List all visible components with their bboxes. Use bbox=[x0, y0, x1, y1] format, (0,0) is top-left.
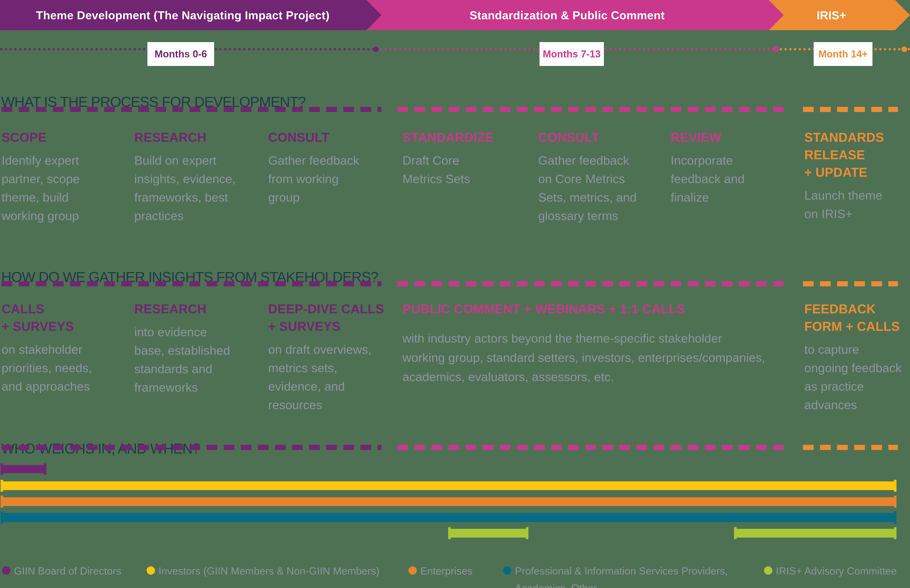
legend-dot-yellow bbox=[147, 566, 155, 575]
dashed-divider bbox=[803, 445, 898, 450]
legend-dot-orange bbox=[409, 566, 417, 575]
insights-step-deep-dive: DEEP-DIVE CALLS + SURVEYS on draft overv… bbox=[268, 300, 391, 414]
dashed-divider bbox=[803, 281, 898, 286]
dashed-divider bbox=[2, 107, 381, 112]
dashed-divider bbox=[397, 445, 784, 450]
step-title: SCOPE bbox=[2, 129, 125, 146]
phase-arrow-standardization: Standardization & Public Comment bbox=[367, 0, 784, 30]
step-body: Gather feedback from working group bbox=[268, 151, 391, 207]
step-body: Build on expert insights, evidence, fram… bbox=[134, 151, 257, 225]
phase-banner: Theme Development (The Navigating Impact… bbox=[0, 0, 910, 30]
legend-label: Enterprises bbox=[420, 562, 473, 580]
step-title: PUBLIC COMMENT + WEBINARS + 1:1 CALLS bbox=[402, 300, 800, 318]
insights-step-research: RESEARCH into evidence base, established… bbox=[134, 300, 257, 397]
step-body: on draft overviews, metrics sets, eviden… bbox=[268, 340, 391, 414]
step-title: FEEDBACK FORM + CALLS bbox=[804, 300, 910, 335]
legend-dot-teal bbox=[503, 566, 511, 575]
timeline-end-dot bbox=[902, 47, 907, 52]
process-step-consult-2: CONSULT Gather feedback on Core Metrics … bbox=[538, 129, 661, 225]
process-step-scope: SCOPE Identify expert partner, scope the… bbox=[2, 129, 125, 225]
step-title: REVIEW bbox=[671, 129, 794, 146]
process-step-consult: CONSULT Gather feedback from working gro… bbox=[268, 129, 391, 207]
legend-item-service-providers: Professional & Information Services Prov… bbox=[503, 562, 728, 588]
phase-arrow-iris-plus: IRIS+ bbox=[769, 0, 910, 30]
month-label-14-plus-text: Month 14+ bbox=[818, 48, 868, 60]
step-title: CALLS + SURVEYS bbox=[2, 300, 125, 335]
process-step-review: REVIEW Incorporate feedback and finalize bbox=[671, 129, 794, 207]
step-body: to capture ongoing feedback as practice … bbox=[804, 340, 910, 414]
step-title: CONSULT bbox=[538, 129, 661, 146]
step-body: Incorporate feedback and finalize bbox=[671, 151, 794, 207]
phase-label-iris-plus: IRIS+ bbox=[817, 8, 862, 22]
step-title: RESEARCH bbox=[134, 300, 257, 318]
legend-item-investors: Investors (GIIN Members & Non-GIIN Membe… bbox=[147, 562, 380, 580]
step-body: with industry actors beyond the theme-sp… bbox=[402, 329, 800, 386]
step-body: Draft Core Metrics Sets bbox=[402, 151, 525, 188]
month-label-0-6-text: Months 0-6 bbox=[155, 48, 207, 60]
process-step-standardize: STANDARDIZE Draft Core Metrics Sets bbox=[402, 129, 525, 188]
phase-label-standardization: Standardization & Public Comment bbox=[470, 8, 681, 22]
legend-dot-purple bbox=[2, 566, 10, 575]
legend-label: Investors (GIIN Members & Non-GIIN Membe… bbox=[158, 562, 380, 580]
process-step-research: RESEARCH Build on expert insights, evide… bbox=[134, 129, 257, 225]
legend-item-giin-board: GIIN Board of Directors bbox=[2, 562, 121, 580]
dashed-divider bbox=[2, 281, 381, 286]
step-title: STANDARDIZE bbox=[402, 129, 525, 146]
step-title: CONSULT bbox=[268, 129, 391, 146]
step-title: DEEP-DIVE CALLS + SURVEYS bbox=[268, 300, 391, 335]
phase-label-theme-development: Theme Development (The Navigating Impact… bbox=[36, 8, 346, 22]
legend-label: Professional & Information Services Prov… bbox=[515, 562, 728, 588]
month-label-7-13: Months 7-13 bbox=[540, 42, 604, 66]
step-body: into evidence base, established standard… bbox=[134, 323, 257, 397]
gantt-bar-service-providers bbox=[2, 513, 895, 522]
month-label-14-plus: Month 14+ bbox=[814, 42, 873, 66]
step-body: Launch theme on IRIS+ bbox=[804, 186, 910, 223]
dashed-divider bbox=[803, 107, 898, 112]
timeline-transition-dot-1 bbox=[373, 47, 378, 52]
process-step-standards-release: STANDARDS RELEASE + UPDATE Launch theme … bbox=[804, 129, 910, 223]
month-label-0-6: Months 0-6 bbox=[147, 42, 214, 66]
legend-item-advisory-committee: IRIS+ Advisory Committee bbox=[764, 562, 897, 580]
gantt-bar-advisory-committee-segment-2 bbox=[735, 529, 895, 538]
iris-process-infographic: Theme Development (The Navigating Impact… bbox=[0, 0, 910, 588]
gantt-bar-enterprises bbox=[2, 497, 895, 506]
insights-step-feedback-form: FEEDBACK FORM + CALLS to capture ongoing… bbox=[804, 300, 910, 414]
dashed-divider bbox=[397, 107, 784, 112]
legend-dot-lime bbox=[764, 566, 773, 575]
insights-step-public-comment: PUBLIC COMMENT + WEBINARS + 1:1 CALLS wi… bbox=[402, 300, 800, 386]
legend-label: IRIS+ Advisory Committee bbox=[776, 562, 897, 580]
dashed-divider bbox=[397, 281, 784, 286]
legend-item-enterprises: Enterprises bbox=[409, 562, 473, 580]
step-body: Gather feedback on Core Metrics Sets, me… bbox=[538, 151, 661, 225]
phase-arrow-theme-development: Theme Development (The Navigating Impact… bbox=[0, 0, 381, 30]
step-title: STANDARDS RELEASE + UPDATE bbox=[804, 129, 910, 181]
month-label-7-13-text: Months 7-13 bbox=[543, 48, 601, 60]
gantt-bar-advisory-committee-segment-1 bbox=[449, 529, 527, 538]
step-body: on stakeholder priorities, needs, and ap… bbox=[2, 340, 125, 396]
gantt-bar-investors bbox=[2, 481, 895, 490]
gantt-bar-giin-board bbox=[2, 465, 45, 473]
legend-label: GIIN Board of Directors bbox=[14, 562, 121, 580]
timeline-transition-dot-2 bbox=[773, 47, 779, 52]
dashed-divider bbox=[2, 445, 381, 450]
step-body: Identify expert partner, scope theme, bu… bbox=[2, 151, 125, 225]
insights-step-calls-surveys: CALLS + SURVEYS on stakeholder prioritie… bbox=[2, 300, 125, 396]
step-title: RESEARCH bbox=[134, 129, 257, 146]
